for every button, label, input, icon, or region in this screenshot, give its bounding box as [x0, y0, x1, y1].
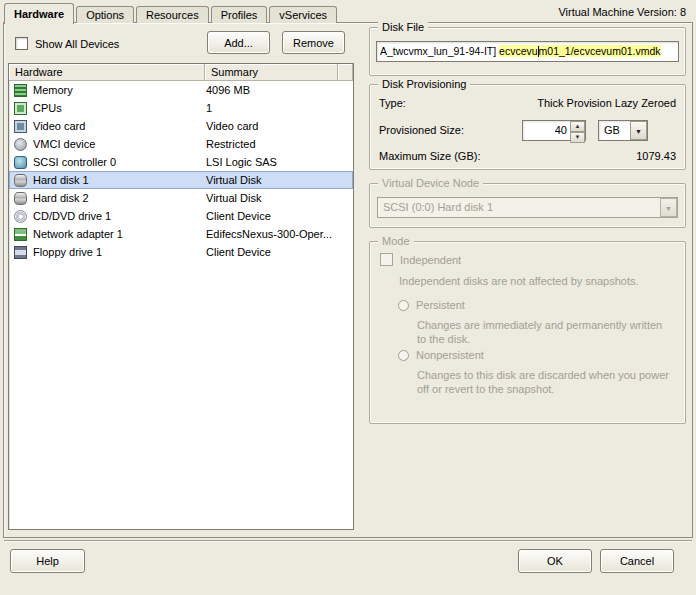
hardware-summary: Virtual Disk — [206, 174, 353, 186]
hardware-name: CD/DVD drive 1 — [33, 210, 206, 222]
persistent-description: Changes are immediately and permanently … — [417, 318, 669, 346]
table-row[interactable]: Network adapter 1 EdifecsNexus-300-Oper.… — [9, 225, 353, 243]
disk-provisioning-group-label: Disk Provisioning — [378, 77, 470, 91]
independent-label: Independent — [400, 254, 461, 266]
disk-provisioning-group: Disk Provisioning Type: Thick Provision … — [369, 84, 686, 170]
video-card-icon — [14, 120, 27, 133]
virtual-device-node-value: SCSI (0:0) Hard disk 1 — [378, 198, 660, 217]
hardware-summary: Virtual Disk — [206, 192, 353, 204]
hardware-table: Hardware Summary Memory 4096 MB CPUs 1 V… — [8, 63, 354, 530]
hardware-summary: LSI Logic SAS — [206, 156, 353, 168]
hardware-name: CPUs — [33, 102, 206, 114]
chevron-down-icon: ▼ — [660, 198, 677, 217]
table-row[interactable]: CD/DVD drive 1 Client Device — [9, 207, 353, 225]
hardware-name: Memory — [33, 84, 206, 96]
hard-disk-icon — [14, 192, 27, 205]
hardware-name: Network adapter 1 — [33, 228, 206, 240]
vm-version-label: Virtual Machine Version: 8 — [558, 6, 686, 18]
table-row[interactable]: Hard disk 2 Virtual Disk — [9, 189, 353, 207]
mode-group: Mode Independent Independent disks are n… — [369, 241, 686, 424]
size-unit-value: GB — [599, 121, 630, 140]
footer-separator — [4, 540, 692, 542]
nonpersistent-label: Nonpersistent — [416, 349, 484, 361]
provisioned-size-label: Provisioned Size: — [379, 124, 464, 136]
virtual-device-node-group-label: Virtual Device Node — [378, 176, 483, 190]
network-adapter-icon — [14, 228, 27, 241]
hardware-summary: Video card — [206, 120, 353, 132]
disk-file-input[interactable]: A_twcvmx_lun_91-94-IT] ecvcevum01_1/ecvc… — [376, 41, 679, 62]
disk-file-path-highlight: m01_1/ecvcevum01.vmdk — [539, 45, 661, 57]
add-button[interactable]: Add... — [207, 31, 270, 54]
disk-file-group: Disk File A_twcvmx_lun_91-94-IT] ecvcevu… — [369, 27, 686, 76]
tab-hardware[interactable]: Hardware — [4, 3, 74, 24]
persistent-radio: Persistent — [398, 299, 465, 311]
independent-checkbox: Independent — [380, 253, 461, 266]
hardware-name: Floppy drive 1 — [33, 246, 206, 258]
hardware-name: Hard disk 1 — [33, 174, 206, 186]
tab-options[interactable]: Options — [76, 6, 134, 23]
virtual-device-node-select: SCSI (0:0) Hard disk 1 ▼ — [377, 197, 678, 218]
table-row[interactable]: Memory 4096 MB — [9, 81, 353, 99]
provisioned-size-value[interactable]: 40 — [523, 121, 570, 140]
column-header-endcap — [338, 64, 353, 81]
cd-dvd-drive-icon — [14, 210, 27, 223]
column-header-hardware[interactable]: Hardware — [9, 64, 205, 81]
provisioned-size-spinner[interactable]: 40 ▲ ▼ — [522, 120, 586, 141]
spin-down-icon[interactable]: ▼ — [570, 132, 585, 143]
memory-icon — [14, 84, 27, 97]
remove-button[interactable]: Remove — [282, 31, 345, 54]
cancel-button[interactable]: Cancel — [600, 549, 674, 573]
hardware-summary: 1 — [206, 102, 353, 114]
table-row[interactable]: SCSI controller 0 LSI Logic SAS — [9, 153, 353, 171]
table-row[interactable]: VMCI device Restricted — [9, 135, 353, 153]
cpu-icon — [14, 102, 27, 115]
help-button[interactable]: Help — [10, 549, 85, 573]
spin-up-icon[interactable]: ▲ — [570, 121, 585, 132]
maximum-size-value: 1079.43 — [636, 150, 676, 162]
tab-vservices[interactable]: vServices — [269, 6, 337, 23]
hard-disk-icon — [14, 174, 27, 187]
hardware-summary: Restricted — [206, 138, 353, 150]
checkbox-box-icon[interactable] — [15, 37, 28, 50]
virtual-device-node-group: Virtual Device Node SCSI (0:0) Hard disk… — [369, 183, 686, 228]
hardware-name: Hard disk 2 — [33, 192, 206, 204]
hardware-summary: EdifecsNexus-300-Oper... — [206, 228, 353, 240]
floppy-drive-icon — [14, 246, 27, 259]
mode-group-label: Mode — [378, 234, 414, 248]
vmci-device-icon — [14, 138, 27, 151]
tab-resources[interactable]: Resources — [136, 6, 209, 23]
hardware-name: VMCI device — [33, 138, 206, 150]
hardware-name: Video card — [33, 120, 206, 132]
table-row[interactable]: CPUs 1 — [9, 99, 353, 117]
radio-button-icon — [398, 350, 409, 361]
disk-file-path-highlight: ecvcevu — [499, 45, 538, 57]
tab-profiles[interactable]: Profiles — [211, 6, 268, 23]
hardware-summary: Client Device — [206, 246, 353, 258]
hardware-summary: Client Device — [206, 210, 353, 222]
independent-description: Independent disks are not affected by sn… — [399, 274, 677, 288]
checkbox-box-icon — [380, 253, 393, 266]
chevron-down-icon[interactable]: ▼ — [630, 121, 647, 140]
maximum-size-label: Maximum Size (GB): — [379, 150, 480, 162]
hardware-summary: 4096 MB — [206, 84, 353, 96]
radio-button-icon — [398, 300, 409, 311]
show-all-devices-checkbox[interactable]: Show All Devices — [15, 37, 119, 50]
disk-file-path-prefix: A_twcvmx_lun_91-94-IT] — [380, 45, 499, 57]
table-row[interactable]: Video card Video card — [9, 117, 353, 135]
table-row[interactable]: Floppy drive 1 Client Device — [9, 243, 353, 261]
persistent-label: Persistent — [416, 299, 465, 311]
size-unit-select[interactable]: GB ▼ — [598, 120, 648, 141]
column-header-summary[interactable]: Summary — [205, 64, 338, 81]
type-label: Type: — [379, 97, 406, 109]
scsi-controller-icon — [14, 156, 27, 169]
nonpersistent-description: Changes to this disk are discarded when … — [417, 368, 669, 396]
type-value: Thick Provision Lazy Zeroed — [537, 97, 676, 109]
disk-file-group-label: Disk File — [378, 20, 428, 34]
hardware-name: SCSI controller 0 — [33, 156, 206, 168]
nonpersistent-radio: Nonpersistent — [398, 349, 484, 361]
table-row-selected[interactable]: Hard disk 1 Virtual Disk — [9, 171, 353, 189]
ok-button[interactable]: OK — [518, 549, 592, 573]
spinner-buttons: ▲ ▼ — [570, 121, 585, 140]
table-header: Hardware Summary — [9, 64, 353, 81]
show-all-devices-label: Show All Devices — [35, 38, 119, 50]
